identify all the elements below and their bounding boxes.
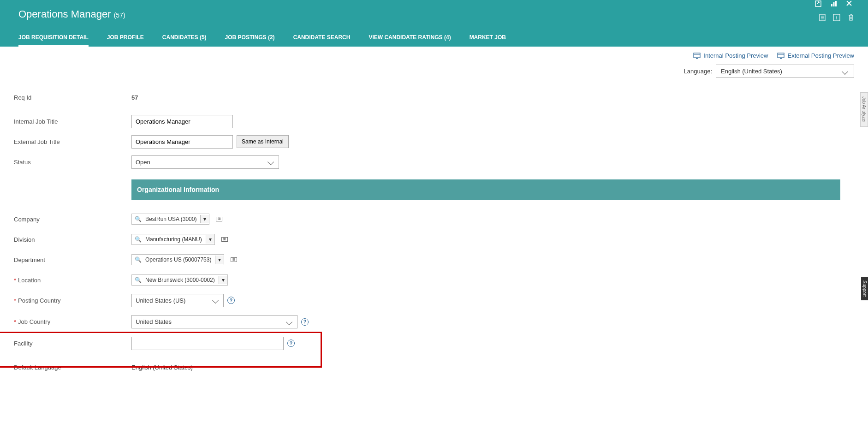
job-country-select[interactable]: United States xyxy=(131,315,297,328)
search-icon: 🔍 xyxy=(132,255,144,265)
facility-input[interactable] xyxy=(131,337,284,350)
chevron-down-icon: ▾ xyxy=(215,256,224,264)
svg-rect-15 xyxy=(778,53,784,58)
tabs: JOB REQUISITION DETAIL JOB PROFILE CANDI… xyxy=(18,30,850,47)
chevron-down-icon: ▾ xyxy=(200,215,209,223)
tab-candidates[interactable]: CANDIDATES (5) xyxy=(162,30,207,47)
tab-job-postings[interactable]: JOB POSTINGS (2) xyxy=(225,30,275,47)
chevron-down-icon: ▾ xyxy=(219,276,227,284)
row-default-language: Default Language English (United States) xyxy=(14,357,854,377)
help-icon[interactable]: ? xyxy=(301,318,309,326)
delete-icon[interactable] xyxy=(848,14,854,21)
language-bar: Language: English (United States) xyxy=(0,65,868,87)
row-company: Company 🔍 BestRun USA (3000) ▾ ⊞ xyxy=(14,209,854,229)
chevron-down-icon xyxy=(286,318,292,325)
org-chart-icon[interactable]: ⊞ xyxy=(216,217,222,221)
external-title-input[interactable] xyxy=(131,135,233,149)
tab-candidate-search[interactable]: CANDIDATE SEARCH xyxy=(293,30,351,47)
org-chart-icon[interactable]: ⊞ xyxy=(231,257,237,262)
header-top-icons xyxy=(814,0,854,8)
tab-view-candidate-ratings[interactable]: VIEW CANDIDATE RATINGS (4) xyxy=(369,30,451,47)
close-icon[interactable] xyxy=(846,0,854,8)
chevron-down-icon xyxy=(268,159,274,165)
department-label: Department xyxy=(14,256,131,263)
row-location: *Location 🔍 New Brunswick (3000-0002) ▾ xyxy=(14,270,854,290)
department-lookup[interactable]: 🔍 Operations US (50007753) ▾ xyxy=(131,254,224,265)
reqid-value: 57 xyxy=(131,94,138,101)
org-chart-icon[interactable]: ⊞ xyxy=(221,237,228,242)
search-icon: 🔍 xyxy=(132,275,144,285)
company-lookup[interactable]: 🔍 BestRun USA (3000) ▾ xyxy=(131,214,209,225)
row-facility: Facility ? xyxy=(14,333,854,353)
default-language-label: Default Language xyxy=(14,364,131,371)
division-lookup[interactable]: 🔍 Manufacturing (MANU) ▾ xyxy=(131,234,215,245)
tab-market-job[interactable]: MARKET JOB xyxy=(470,30,506,47)
row-job-country: *Job Country United States ? xyxy=(14,310,854,333)
page-header: i Operations Manager (57) JOB REQUISITIO… xyxy=(0,0,868,47)
info-icon[interactable]: i xyxy=(833,14,840,21)
facility-label: Facility xyxy=(14,340,131,347)
location-lookup[interactable]: 🔍 New Brunswick (3000-0002) ▾ xyxy=(131,274,228,286)
chevron-down-icon xyxy=(212,297,219,304)
svg-text:i: i xyxy=(836,15,837,20)
language-select[interactable]: English (United States) xyxy=(716,65,854,78)
row-department: Department 🔍 Operations US (50007753) ▾ … xyxy=(14,250,854,270)
row-external-title: External Job Title Same as Internal xyxy=(14,131,854,152)
svg-rect-12 xyxy=(694,53,700,58)
export-icon[interactable] xyxy=(814,0,823,8)
external-title-label: External Job Title xyxy=(14,138,131,145)
row-reqid: Req Id 57 xyxy=(14,87,854,107)
row-status: Status Open xyxy=(14,152,854,172)
status-select[interactable]: Open xyxy=(131,155,279,169)
posting-country-label: *Posting Country xyxy=(14,297,131,304)
posting-country-select[interactable]: United States (US) xyxy=(131,294,224,307)
job-country-label: *Job Country xyxy=(14,318,131,325)
chevron-down-icon xyxy=(842,68,848,74)
row-division: Division 🔍 Manufacturing (MANU) ▾ ⊞ xyxy=(14,229,854,250)
preview-icon xyxy=(693,53,701,59)
same-as-internal-button[interactable]: Same as Internal xyxy=(237,135,289,148)
svg-rect-2 xyxy=(833,2,835,6)
page-title: Operations Manager (57) xyxy=(18,8,850,20)
chevron-down-icon: ▾ xyxy=(206,235,214,244)
side-tab-support[interactable]: Support xyxy=(861,277,868,300)
reqid-label: Req Id xyxy=(14,94,131,101)
internal-title-input[interactable] xyxy=(131,115,233,128)
form: Req Id 57 Internal Job Title External Jo… xyxy=(0,87,868,377)
row-internal-title: Internal Job Title xyxy=(14,111,854,131)
help-icon[interactable]: ? xyxy=(287,340,295,347)
search-icon: 🔍 xyxy=(132,234,144,244)
tab-job-requisition-detail[interactable]: JOB REQUISITION DETAIL xyxy=(18,30,89,47)
search-icon: 🔍 xyxy=(132,214,144,224)
status-label: Status xyxy=(14,159,131,166)
chart-icon[interactable] xyxy=(830,0,838,8)
row-posting-country: *Posting Country United States (US) ? xyxy=(14,290,854,310)
side-tab-analyzer[interactable]: Job Analyzer xyxy=(860,92,868,127)
language-label: Language: xyxy=(684,68,712,75)
default-language-value: English (United States) xyxy=(131,364,193,371)
document-icon[interactable] xyxy=(819,14,826,21)
internal-preview-link[interactable]: Internal Posting Preview xyxy=(693,52,768,59)
company-label: Company xyxy=(14,216,131,223)
location-label: *Location xyxy=(14,277,131,284)
svg-rect-3 xyxy=(835,1,837,6)
tab-job-profile[interactable]: JOB PROFILE xyxy=(107,30,144,47)
section-header-org: Organizational Information xyxy=(131,179,840,200)
external-preview-link[interactable]: External Posting Preview xyxy=(777,52,854,59)
internal-title-label: Internal Job Title xyxy=(14,118,131,125)
svg-rect-1 xyxy=(831,4,832,6)
preview-icon xyxy=(777,53,785,59)
preview-bar: Internal Posting Preview External Postin… xyxy=(0,47,868,65)
help-icon[interactable]: ? xyxy=(227,297,235,304)
header-action-icons: i xyxy=(819,14,854,21)
division-label: Division xyxy=(14,236,131,243)
